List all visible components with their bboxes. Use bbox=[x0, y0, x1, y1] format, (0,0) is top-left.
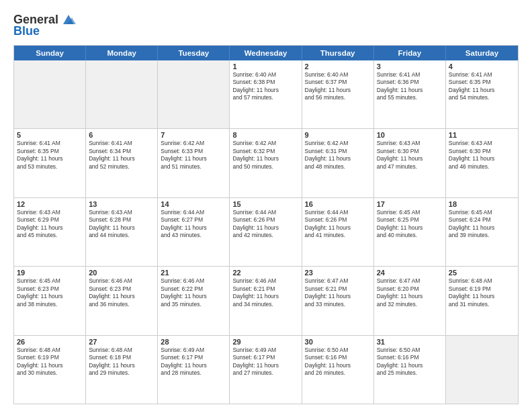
calendar-header-sunday: Sunday bbox=[14, 46, 86, 60]
day-info: Sunrise: 6:44 AM Sunset: 6:26 PM Dayligh… bbox=[305, 209, 371, 240]
calendar-cell: 17Sunrise: 6:45 AM Sunset: 6:25 PM Dayli… bbox=[374, 198, 446, 266]
calendar: SundayMondayTuesdayWednesdayThursdayFrid… bbox=[13, 45, 519, 404]
day-number: 11 bbox=[449, 131, 515, 139]
calendar-cell: 3Sunrise: 6:41 AM Sunset: 6:36 PM Daylig… bbox=[374, 60, 446, 128]
day-number: 4 bbox=[449, 62, 515, 71]
calendar-cell: 29Sunrise: 6:49 AM Sunset: 6:17 PM Dayli… bbox=[230, 336, 302, 404]
calendar-cell: 10Sunrise: 6:43 AM Sunset: 6:30 PM Dayli… bbox=[374, 129, 446, 197]
day-info: Sunrise: 6:46 AM Sunset: 6:22 PM Dayligh… bbox=[161, 277, 226, 308]
day-info: Sunrise: 6:48 AM Sunset: 6:19 PM Dayligh… bbox=[17, 347, 83, 377]
day-info: Sunrise: 6:42 AM Sunset: 6:32 PM Dayligh… bbox=[232, 140, 298, 171]
day-number: 26 bbox=[17, 338, 83, 346]
calendar-cell: 31Sunrise: 6:50 AM Sunset: 6:16 PM Dayli… bbox=[374, 336, 446, 404]
day-info: Sunrise: 6:45 AM Sunset: 6:23 PM Dayligh… bbox=[17, 277, 83, 308]
calendar-cell bbox=[158, 60, 230, 128]
day-number: 7 bbox=[161, 131, 226, 139]
day-number: 21 bbox=[161, 269, 226, 277]
day-info: Sunrise: 6:43 AM Sunset: 6:30 PM Dayligh… bbox=[449, 140, 515, 171]
calendar-cell bbox=[446, 336, 518, 404]
calendar-cell: 27Sunrise: 6:48 AM Sunset: 6:18 PM Dayli… bbox=[86, 336, 158, 404]
calendar-cell: 2Sunrise: 6:40 AM Sunset: 6:37 PM Daylig… bbox=[302, 60, 374, 128]
day-number: 13 bbox=[89, 200, 154, 208]
calendar-cell: 12Sunrise: 6:43 AM Sunset: 6:29 PM Dayli… bbox=[14, 198, 86, 266]
page: General Blue SundayMondayTuesdayWednesda… bbox=[0, 0, 532, 411]
calendar-body: 1Sunrise: 6:40 AM Sunset: 6:38 PM Daylig… bbox=[14, 60, 518, 404]
day-info: Sunrise: 6:45 AM Sunset: 6:25 PM Dayligh… bbox=[377, 209, 443, 240]
calendar-cell: 4Sunrise: 6:41 AM Sunset: 6:35 PM Daylig… bbox=[446, 60, 518, 128]
calendar-cell: 15Sunrise: 6:44 AM Sunset: 6:26 PM Dayli… bbox=[230, 198, 302, 266]
day-info: Sunrise: 6:41 AM Sunset: 6:34 PM Dayligh… bbox=[89, 140, 154, 171]
day-number: 28 bbox=[161, 338, 226, 346]
day-number: 18 bbox=[449, 200, 515, 208]
day-number: 17 bbox=[377, 200, 443, 208]
calendar-header-monday: Monday bbox=[86, 46, 158, 60]
day-number: 24 bbox=[377, 269, 443, 277]
calendar-cell: 25Sunrise: 6:48 AM Sunset: 6:19 PM Dayli… bbox=[446, 267, 518, 334]
calendar-header-saturday: Saturday bbox=[446, 46, 518, 60]
calendar-cell: 13Sunrise: 6:43 AM Sunset: 6:28 PM Dayli… bbox=[86, 198, 158, 266]
day-info: Sunrise: 6:43 AM Sunset: 6:28 PM Dayligh… bbox=[89, 209, 154, 240]
day-info: Sunrise: 6:42 AM Sunset: 6:33 PM Dayligh… bbox=[161, 140, 226, 171]
day-info: Sunrise: 6:48 AM Sunset: 6:18 PM Dayligh… bbox=[89, 347, 154, 377]
day-number: 23 bbox=[305, 269, 371, 277]
day-info: Sunrise: 6:47 AM Sunset: 6:21 PM Dayligh… bbox=[305, 277, 371, 308]
day-number: 27 bbox=[89, 338, 154, 346]
day-number: 9 bbox=[305, 131, 371, 139]
day-number: 16 bbox=[305, 200, 371, 208]
calendar-cell: 24Sunrise: 6:47 AM Sunset: 6:20 PM Dayli… bbox=[374, 267, 446, 334]
calendar-cell: 16Sunrise: 6:44 AM Sunset: 6:26 PM Dayli… bbox=[302, 198, 374, 266]
day-info: Sunrise: 6:50 AM Sunset: 6:16 PM Dayligh… bbox=[377, 347, 443, 377]
calendar-cell: 19Sunrise: 6:45 AM Sunset: 6:23 PM Dayli… bbox=[14, 267, 86, 334]
calendar-cell bbox=[86, 60, 158, 128]
day-number: 25 bbox=[449, 269, 515, 277]
day-number: 8 bbox=[232, 131, 298, 139]
calendar-cell: 18Sunrise: 6:45 AM Sunset: 6:24 PM Dayli… bbox=[446, 198, 518, 266]
calendar-cell: 6Sunrise: 6:41 AM Sunset: 6:34 PM Daylig… bbox=[86, 129, 158, 197]
day-info: Sunrise: 6:46 AM Sunset: 6:23 PM Dayligh… bbox=[89, 277, 154, 308]
day-info: Sunrise: 6:49 AM Sunset: 6:17 PM Dayligh… bbox=[161, 347, 226, 377]
day-info: Sunrise: 6:41 AM Sunset: 6:35 PM Dayligh… bbox=[449, 71, 515, 102]
calendar-header-wednesday: Wednesday bbox=[230, 46, 302, 60]
day-info: Sunrise: 6:48 AM Sunset: 6:19 PM Dayligh… bbox=[449, 277, 515, 308]
calendar-cell: 9Sunrise: 6:42 AM Sunset: 6:31 PM Daylig… bbox=[302, 129, 374, 197]
day-number: 29 bbox=[232, 338, 298, 346]
calendar-cell: 30Sunrise: 6:50 AM Sunset: 6:16 PM Dayli… bbox=[302, 336, 374, 404]
day-info: Sunrise: 6:49 AM Sunset: 6:17 PM Dayligh… bbox=[232, 347, 298, 377]
calendar-row-3: 19Sunrise: 6:45 AM Sunset: 6:23 PM Dayli… bbox=[14, 266, 518, 334]
day-number: 15 bbox=[232, 200, 298, 208]
day-number: 14 bbox=[161, 200, 226, 208]
day-info: Sunrise: 6:41 AM Sunset: 6:35 PM Dayligh… bbox=[17, 140, 83, 171]
logo-icon bbox=[61, 12, 76, 27]
calendar-cell: 14Sunrise: 6:44 AM Sunset: 6:27 PM Dayli… bbox=[158, 198, 230, 266]
day-number: 19 bbox=[17, 269, 83, 277]
day-info: Sunrise: 6:47 AM Sunset: 6:20 PM Dayligh… bbox=[377, 277, 443, 308]
calendar-cell: 22Sunrise: 6:46 AM Sunset: 6:21 PM Dayli… bbox=[230, 267, 302, 334]
day-info: Sunrise: 6:50 AM Sunset: 6:16 PM Dayligh… bbox=[305, 347, 371, 377]
day-info: Sunrise: 6:40 AM Sunset: 6:38 PM Dayligh… bbox=[232, 71, 298, 102]
calendar-cell: 26Sunrise: 6:48 AM Sunset: 6:19 PM Dayli… bbox=[14, 336, 86, 404]
day-number: 20 bbox=[89, 269, 154, 277]
day-info: Sunrise: 6:41 AM Sunset: 6:36 PM Dayligh… bbox=[377, 71, 443, 102]
day-info: Sunrise: 6:42 AM Sunset: 6:31 PM Dayligh… bbox=[305, 140, 371, 171]
calendar-cell: 8Sunrise: 6:42 AM Sunset: 6:32 PM Daylig… bbox=[230, 129, 302, 197]
calendar-cell: 5Sunrise: 6:41 AM Sunset: 6:35 PM Daylig… bbox=[14, 129, 86, 197]
day-number: 31 bbox=[377, 338, 443, 346]
day-number: 1 bbox=[232, 62, 298, 71]
calendar-header-thursday: Thursday bbox=[302, 46, 374, 60]
calendar-cell: 1Sunrise: 6:40 AM Sunset: 6:38 PM Daylig… bbox=[230, 60, 302, 128]
day-number: 5 bbox=[17, 131, 83, 139]
calendar-cell: 20Sunrise: 6:46 AM Sunset: 6:23 PM Dayli… bbox=[86, 267, 158, 334]
calendar-row-2: 12Sunrise: 6:43 AM Sunset: 6:29 PM Dayli… bbox=[14, 197, 518, 266]
header: General Blue bbox=[13, 12, 519, 38]
logo: General Blue bbox=[13, 12, 76, 38]
day-number: 30 bbox=[305, 338, 371, 346]
calendar-header-row: SundayMondayTuesdayWednesdayThursdayFrid… bbox=[14, 46, 518, 60]
calendar-header-tuesday: Tuesday bbox=[158, 46, 230, 60]
calendar-row-0: 1Sunrise: 6:40 AM Sunset: 6:38 PM Daylig… bbox=[14, 60, 518, 128]
calendar-cell: 28Sunrise: 6:49 AM Sunset: 6:17 PM Dayli… bbox=[158, 336, 230, 404]
calendar-header-friday: Friday bbox=[374, 46, 446, 60]
day-number: 6 bbox=[89, 131, 154, 139]
day-info: Sunrise: 6:44 AM Sunset: 6:27 PM Dayligh… bbox=[161, 209, 226, 240]
day-info: Sunrise: 6:40 AM Sunset: 6:37 PM Dayligh… bbox=[305, 71, 371, 102]
day-number: 2 bbox=[305, 62, 371, 71]
